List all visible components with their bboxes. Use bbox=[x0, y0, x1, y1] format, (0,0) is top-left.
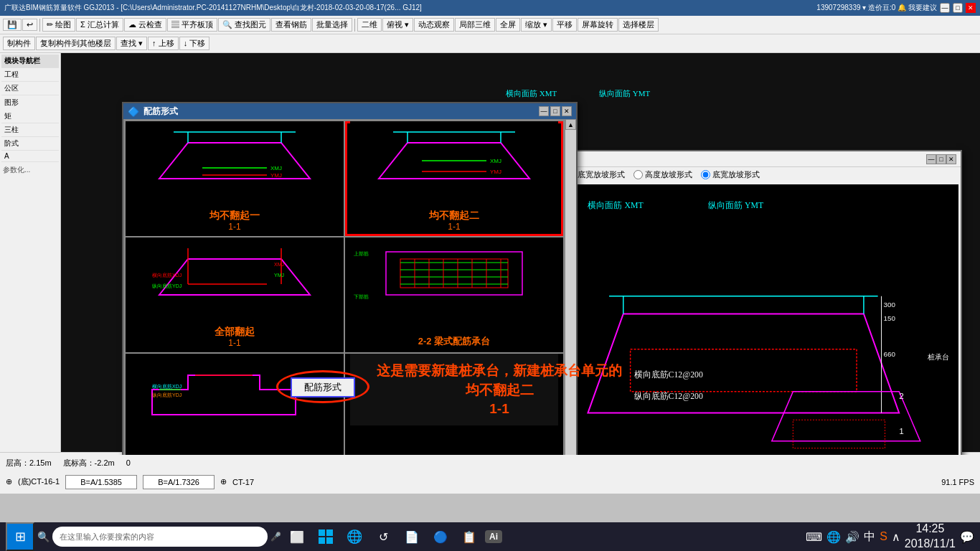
svg-text:下部筋: 下部筋 bbox=[354, 294, 369, 299]
copy-component-btn[interactable]: 复制构件到其他楼层 bbox=[36, 37, 116, 50]
nav-a[interactable]: A bbox=[1, 151, 59, 162]
taskbar-search[interactable]: 在这里输入你要搜索的内容 bbox=[52, 527, 268, 547]
make-component-btn[interactable]: 制构件 bbox=[3, 37, 35, 50]
nav-step[interactable]: 阶式 bbox=[1, 137, 59, 151]
annotation-line2: 均不翻起二 bbox=[466, 382, 534, 397]
taskbar-clipboard[interactable]: 📋 bbox=[456, 524, 482, 550]
zoom-btn[interactable]: 缩放 ▾ bbox=[521, 18, 552, 32]
cell-junbuqiyi[interactable]: XMJ YMJ 均不翻起一 1-1 bbox=[126, 121, 344, 236]
cell1-sub: 1-1 bbox=[228, 222, 240, 232]
taskbar-notification[interactable]: 💬 bbox=[960, 530, 974, 544]
peijin-dialog-minimize[interactable]: — bbox=[539, 106, 549, 116]
taskbar-lang[interactable]: 中 bbox=[864, 529, 875, 545]
search-btn-taskbar[interactable]: 🔍 bbox=[37, 531, 50, 542]
sep1 bbox=[39, 19, 40, 32]
nav-public[interactable]: 公区 bbox=[1, 82, 59, 95]
find-btn[interactable]: 查找 ▾ bbox=[116, 37, 147, 50]
bottom-status-row2: ⊕ (底)CT-16-1 B=A/1.5385 B=A/1.7326 ⊕ CT-… bbox=[6, 475, 974, 489]
nav-tripod[interactable]: 三柱 bbox=[1, 123, 59, 137]
cell-liangshi[interactable]: 上部筋 下部筋 2-2 梁式配筋承台 bbox=[345, 237, 563, 352]
flat-top-btn[interactable]: ▤ 平齐板顶 bbox=[167, 18, 217, 32]
view-rebar-btn[interactable]: 查看钢筋 bbox=[271, 18, 311, 32]
ai-label[interactable]: Ai bbox=[485, 530, 502, 543]
local-3d-btn[interactable]: 局部三维 bbox=[455, 18, 495, 32]
minimize-btn[interactable]: — bbox=[940, 3, 950, 13]
svg-text:300: 300 bbox=[884, 301, 896, 309]
rotate-btn[interactable]: 屏幕旋转 bbox=[578, 18, 618, 32]
select-floor-btn[interactable]: 选择楼层 bbox=[618, 18, 659, 32]
taskbar-clock: 14:25 2018/11/1 bbox=[905, 522, 956, 551]
nav-rect[interactable]: 矩 bbox=[1, 110, 59, 123]
dialog2-titlebar: — □ ✕ bbox=[562, 151, 961, 167]
base-elevation-label: 底标高：-2.2m bbox=[63, 458, 115, 468]
find-element-btn[interactable]: 🔍 查找图元 bbox=[218, 18, 270, 32]
cell2-sub: 1-1 bbox=[448, 222, 460, 232]
cell4-drawing: 上部筋 下部筋 bbox=[345, 237, 563, 309]
taskbar-app2[interactable]: 🔵 bbox=[428, 524, 453, 550]
svg-text:上部筋: 上部筋 bbox=[354, 251, 369, 256]
close-btn[interactable]: ✕ bbox=[966, 3, 976, 13]
cell-5[interactable]: 横向底筋XDJ 纵向底筋YDJ bbox=[126, 354, 344, 455]
move-down-btn[interactable]: ↓ 下移 bbox=[179, 37, 210, 50]
maximize-btn[interactable]: □ bbox=[953, 3, 963, 13]
nav-figure[interactable]: 图形 bbox=[3, 97, 57, 108]
svg-text:660: 660 bbox=[884, 350, 896, 358]
svg-text:横向底筋XDJ: 横向底筋XDJ bbox=[152, 384, 182, 390]
svg-rect-75 bbox=[326, 529, 333, 536]
svg-text:XMJ: XMJ bbox=[274, 262, 284, 267]
start-btn[interactable]: ⊞ bbox=[6, 522, 34, 551]
taskbar-task-view[interactable]: ⬜ bbox=[284, 524, 310, 550]
peijin-dialog-maximize[interactable]: □ bbox=[550, 106, 560, 116]
bottom-status-panel: 层高：2.15m 底标高：-2.2m 0 ⊕ (底)CT-16-1 B=A/1.… bbox=[0, 452, 980, 494]
taskbar-pdf[interactable]: 📄 bbox=[399, 524, 425, 550]
batch-select-btn[interactable]: 批量选择 bbox=[312, 18, 352, 32]
comp-label1: (底)CT-16-1 bbox=[18, 476, 60, 487]
svg-text:XMJ: XMJ bbox=[270, 165, 282, 171]
svg-rect-30 bbox=[350, 237, 558, 309]
move-up-btn[interactable]: ↑ 上移 bbox=[148, 37, 179, 50]
cell3-sub: 1-1 bbox=[228, 338, 240, 348]
nav-parameterize[interactable]: 参数化... bbox=[1, 162, 59, 178]
status-value: 0 bbox=[126, 458, 131, 467]
taskbar-pinned-1[interactable] bbox=[313, 524, 339, 550]
peijin-dialog-close[interactable]: ✕ bbox=[562, 106, 572, 116]
radio-dikuan2[interactable]: 底宽放坡形式 bbox=[701, 169, 760, 180]
radio-gaodu[interactable]: 高度放坡形式 bbox=[633, 169, 692, 180]
dialog2-options: 底宽放坡形式 高度放坡形式 底宽放坡形式 bbox=[562, 167, 961, 182]
taskbar-volume-icon: 🔊 bbox=[845, 530, 859, 544]
svg-text:150: 150 bbox=[884, 314, 896, 322]
cell-junbuqier[interactable]: XMJ YMJ 均不翻起二 1-1 bbox=[345, 121, 563, 236]
dynamic-view-btn[interactable]: 动态观察 bbox=[414, 18, 454, 32]
taskbar-chevron[interactable]: ∧ bbox=[892, 530, 900, 544]
svg-text:纵向面筋 YMT: 纵向面筋 YMT bbox=[708, 200, 764, 210]
taskbar-app1[interactable]: ↺ bbox=[370, 524, 396, 550]
scroll-up-btn[interactable]: ▲ bbox=[565, 119, 576, 130]
nav-engineering[interactable]: 工程 bbox=[1, 68, 59, 82]
dialog2-close[interactable]: ✕ bbox=[946, 154, 956, 164]
radio-dikuan2-input[interactable] bbox=[701, 170, 710, 179]
calc-btn[interactable]: Σ 汇总计算 bbox=[76, 18, 123, 32]
bottom-status-row1: 层高：2.15m 底标高：-2.2m 0 bbox=[6, 458, 974, 468]
dialog2-maximize[interactable]: □ bbox=[936, 154, 946, 164]
radio-gaodu-input[interactable] bbox=[633, 170, 643, 179]
svg-text:纵向底筋C12@200: 纵向底筋C12@200 bbox=[634, 391, 703, 401]
peijin-dialog-title: 配筋形式 bbox=[143, 105, 539, 118]
peijin-form-button[interactable]: 配筋形式 bbox=[291, 377, 355, 397]
dialog2-minimize[interactable]: — bbox=[926, 154, 936, 164]
toolbars: 💾 ↩ ✏ 绘图 Σ 汇总计算 ☁ 云检查 ▤ 平齐板顶 🔍 查找图元 查看钢筋… bbox=[0, 16, 980, 53]
taskbar-sogou-icon[interactable]: S bbox=[880, 530, 887, 543]
2d-btn[interactable]: 二维 bbox=[357, 18, 382, 32]
cloud-check-btn[interactable]: ☁ 云检查 bbox=[124, 18, 166, 32]
view-btn[interactable]: 俯视 ▾ bbox=[382, 18, 413, 32]
taskbar-mic-btn[interactable]: 🎤 bbox=[270, 532, 281, 542]
fullscreen-btn[interactable]: 全屏 bbox=[496, 18, 520, 32]
cell1-label: 均不翻起一 bbox=[209, 209, 260, 222]
taskbar-browser[interactable]: 🌐 bbox=[341, 524, 367, 550]
save-btn[interactable]: 💾 bbox=[3, 19, 22, 31]
pan-btn[interactable]: 平移 bbox=[552, 18, 577, 32]
undo-btn[interactable]: ↩ bbox=[22, 19, 37, 31]
cell-quanbuqiqi[interactable]: 横向底筋XDJ 纵向底筋YDJ XMJ YMJ 全部翻起 1-1 bbox=[126, 237, 344, 352]
cell3-drawing: 横向底筋XDJ 纵向底筋YDJ XMJ YMJ bbox=[126, 237, 344, 309]
comp-label2: CT-17 bbox=[232, 478, 254, 486]
draw-btn[interactable]: ✏ 绘图 bbox=[42, 18, 75, 32]
